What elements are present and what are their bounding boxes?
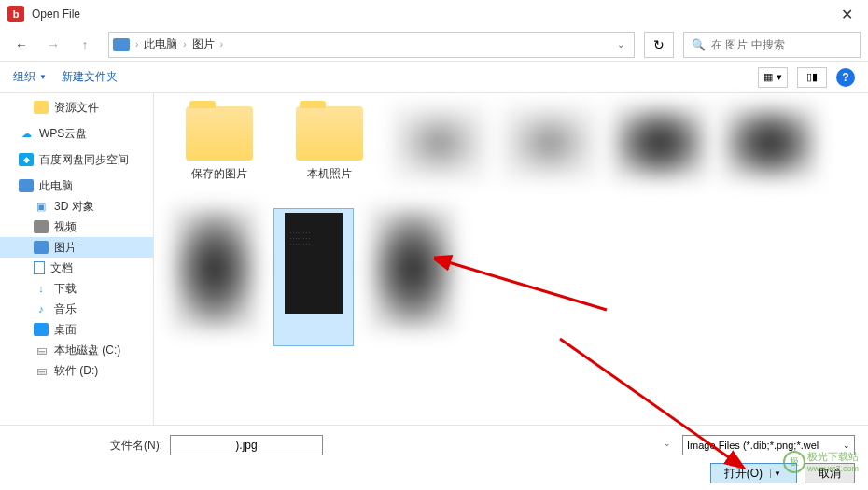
file-label: 保存的图片 (191, 166, 247, 182)
new-folder-label: 新建文件夹 (62, 69, 118, 85)
close-button[interactable]: ✕ (833, 4, 861, 25)
picture-icon (34, 241, 49, 254)
up-button[interactable]: ↑ (71, 34, 99, 56)
folder-item[interactable]: 保存的图片 (173, 106, 266, 182)
search-input[interactable] (711, 38, 852, 51)
filename-label: 文件名(N): (13, 438, 162, 454)
window-title: Open File (32, 7, 80, 21)
file-item-blurred[interactable] (173, 208, 257, 329)
download-icon: ↓ (34, 282, 49, 295)
search-icon: 🔍 (692, 38, 706, 51)
sidebar-item-desktop[interactable]: 桌面 (0, 319, 153, 340)
chevron-down-icon: ⌄ (843, 441, 850, 450)
search-bar[interactable]: 🔍 (683, 32, 861, 58)
path-segment[interactable]: 图片 (189, 35, 218, 54)
toolbar: 组织 ▼ 新建文件夹 ▦ ▾ ▯▮ ? (0, 62, 868, 93)
folder-icon (186, 106, 253, 161)
sidebar-item-baidu[interactable]: ◆百度网盘同步空间 (0, 149, 153, 170)
watermark-icon: 极 (783, 451, 805, 473)
back-button[interactable]: ← (7, 34, 35, 56)
file-item-blurred[interactable] (371, 208, 455, 329)
preview-pane-button[interactable]: ▯▮ (797, 67, 827, 88)
sidebar-item-thispc[interactable]: 此电脑 (0, 175, 153, 196)
help-button[interactable]: ? (836, 68, 855, 87)
folder-icon (34, 101, 49, 114)
file-item-blurred[interactable] (393, 106, 486, 179)
drive-icon: 🖴 (34, 364, 49, 377)
thumbnail: · · · · · · · ·· · · · · · · ·· · · · · … (285, 213, 343, 314)
app-icon: b (7, 6, 24, 22)
sidebar-item-3d[interactable]: ▣3D 对象 (0, 196, 153, 217)
bottom-bar: 文件名(N): ⌄ Image Files (*.dib;*.png;*.wel… (0, 425, 868, 490)
sidebar-item-wps[interactable]: ☁WPS云盘 (0, 123, 153, 144)
view-mode-button[interactable]: ▦ ▾ (758, 67, 788, 88)
sidebar-item-drive-d[interactable]: 🖴软件 (D:) (0, 360, 153, 381)
baidu-icon: ◆ (19, 153, 34, 166)
desktop-icon (34, 323, 49, 336)
file-label-blurred (280, 317, 347, 338)
file-label: 本机照片 (307, 166, 352, 182)
file-item-selected[interactable]: · · · · · · · ·· · · · · · · ·· · · · · … (273, 208, 354, 346)
organize-menu[interactable]: 组织 ▼ (13, 69, 47, 85)
open-label: 打开(O) (724, 466, 763, 482)
chevron-down-icon[interactable]: ⌄ (664, 439, 671, 448)
watermark: 极 极光下载站 www.xz7.com (783, 450, 859, 473)
chevron-down-icon: ▼ (39, 73, 47, 81)
refresh-button[interactable]: ↻ (644, 32, 674, 58)
sidebar-item-music[interactable]: ♪音乐 (0, 299, 153, 319)
organize-label: 组织 (13, 69, 35, 85)
forward-button[interactable]: → (39, 34, 67, 56)
watermark-text: 极光下载站 (807, 450, 859, 464)
folder-item[interactable]: 本机照片 (283, 106, 376, 182)
file-item-blurred[interactable] (503, 106, 596, 179)
file-list[interactable]: 保存的图片 本机照片 · · · · · · · ·· · · · · · · … (154, 93, 868, 425)
title-bar: b Open File ✕ (0, 0, 868, 28)
navigation-bar: ← → ↑ › 此电脑 › 图片 › ⌄ ↻ 🔍 (0, 28, 868, 62)
sidebar-item-documents[interactable]: 文档 (0, 258, 153, 278)
sidebar: 资源文件 ☁WPS云盘 ◆百度网盘同步空间 此电脑 ▣3D 对象 视频 图片 文… (0, 93, 154, 425)
watermark-url: www.xz7.com (807, 464, 859, 473)
file-item-blurred[interactable] (613, 106, 707, 179)
sidebar-item-downloads[interactable]: ↓下载 (0, 278, 153, 299)
drive-icon: 🖴 (34, 343, 49, 357)
filename-input[interactable] (170, 435, 323, 455)
sidebar-item-drive-c[interactable]: 🖴本地磁盘 (C:) (0, 340, 153, 360)
chevron-right-icon: › (135, 39, 138, 49)
open-dropdown-icon[interactable]: ▼ (770, 469, 783, 478)
pc-icon (19, 179, 34, 192)
address-bar[interactable]: › 此电脑 › 图片 › ⌄ (108, 32, 635, 58)
video-icon (34, 220, 49, 233)
path-segment[interactable]: 此电脑 (140, 35, 181, 54)
chevron-right-icon: › (183, 39, 186, 49)
new-folder-button[interactable]: 新建文件夹 (62, 69, 118, 85)
pc-icon (113, 38, 130, 51)
sidebar-item-pictures[interactable]: 图片 (0, 237, 153, 258)
sidebar-item-videos[interactable]: 视频 (0, 217, 153, 237)
chevron-right-icon: › (220, 39, 223, 49)
sidebar-item-resources[interactable]: 资源文件 (0, 97, 153, 118)
file-item-blurred[interactable] (723, 106, 817, 179)
main-area: 资源文件 ☁WPS云盘 ◆百度网盘同步空间 此电脑 ▣3D 对象 视频 图片 文… (0, 93, 868, 425)
music-icon: ♪ (34, 302, 49, 315)
3d-icon: ▣ (34, 200, 49, 213)
path-dropdown-icon[interactable]: ⌄ (611, 39, 630, 49)
document-icon (34, 261, 45, 274)
cloud-icon: ☁ (19, 127, 34, 140)
folder-icon (296, 106, 363, 161)
